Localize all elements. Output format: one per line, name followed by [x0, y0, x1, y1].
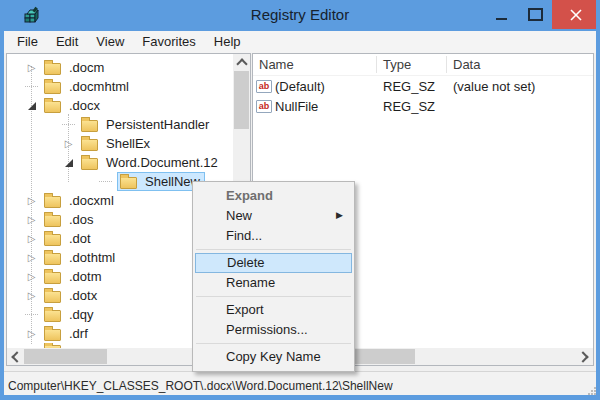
tree-item-docm[interactable]: ▷ .docm: [7, 58, 233, 77]
status-path: Computer\HKEY_CLASSES_ROOT\.docx\Word.Do…: [8, 379, 393, 393]
context-menu-item-new[interactable]: New ▶: [195, 206, 352, 226]
tree-item-docmhtml[interactable]: .docmhtml: [7, 77, 233, 96]
minimize-button[interactable]: [484, 0, 518, 29]
string-value-icon: ab: [256, 80, 272, 93]
list-hscroll-thumb[interactable]: [353, 349, 415, 364]
menu-separator: [196, 343, 351, 344]
menu-separator: [196, 249, 351, 250]
tree-item-word-document-12[interactable]: Word.Document.12: [7, 153, 233, 172]
column-header-name[interactable]: Name: [253, 56, 377, 73]
menu-edit[interactable]: Edit: [47, 32, 87, 52]
folder-icon: [44, 291, 61, 303]
chevron-expanded-icon[interactable]: [28, 102, 36, 110]
menu-bar: File Edit View Favorites Help: [0, 31, 600, 53]
close-icon: [570, 9, 582, 21]
context-menu-item-export[interactable]: Export: [195, 300, 352, 320]
scroll-right-icon: [577, 351, 588, 362]
folder-icon: [44, 101, 61, 113]
folder-icon: [81, 120, 98, 132]
registry-editor-window: Registry Editor File Edit View Favorites…: [0, 0, 600, 400]
folder-icon: [81, 139, 98, 151]
context-menu-item-rename[interactable]: Rename: [195, 273, 352, 293]
tree-item-docx[interactable]: .docx: [7, 96, 233, 115]
minimize-icon: [496, 18, 507, 20]
context-menu-item-permissions[interactable]: Permissions...: [195, 320, 352, 340]
folder-icon: [44, 310, 61, 322]
chevron-collapsed-icon[interactable]: ▷: [28, 234, 36, 244]
tree-hscroll-thumb[interactable]: [24, 349, 107, 364]
scroll-left-button[interactable]: [7, 348, 24, 365]
value-type: REG_SZ: [377, 79, 447, 94]
value-row-nullfile[interactable]: ab NullFile REG_SZ: [253, 96, 593, 116]
scroll-up-button[interactable]: [233, 54, 250, 71]
folder-icon: [44, 196, 61, 208]
column-header-type[interactable]: Type: [377, 56, 447, 73]
scroll-left-icon: [11, 351, 22, 362]
caption-buttons: [484, 0, 600, 29]
tree-stub-line: [25, 314, 38, 315]
menu-favorites[interactable]: Favorites: [133, 32, 204, 52]
context-menu-item-copy-key-name[interactable]: Copy Key Name: [195, 347, 352, 367]
title-bar: Registry Editor: [0, 0, 600, 31]
tree-item-persistenthandler[interactable]: PersistentHandler: [7, 115, 233, 134]
folder-icon: [44, 215, 61, 227]
tree-stub-line: [99, 181, 112, 182]
menu-help[interactable]: Help: [205, 32, 250, 52]
menu-view[interactable]: View: [87, 32, 133, 52]
folder-icon: [44, 329, 61, 341]
chevron-collapsed-icon[interactable]: ▷: [28, 63, 36, 73]
submenu-arrow-icon: ▶: [336, 211, 343, 220]
string-value-icon: ab: [256, 100, 272, 113]
scroll-right-button[interactable]: [576, 348, 593, 365]
maximize-button[interactable]: [518, 0, 552, 29]
folder-icon: [81, 158, 98, 170]
menu-separator: [196, 296, 351, 297]
column-header-data[interactable]: Data: [447, 56, 593, 73]
list-header: Name Type Data: [253, 54, 593, 76]
context-menu-item-delete[interactable]: Delete: [195, 253, 352, 273]
status-bar: Computer\HKEY_CLASSES_ROOT\.docx\Word.Do…: [0, 371, 600, 400]
tree-stub-line: [25, 86, 38, 87]
chevron-collapsed-icon[interactable]: ▷: [28, 291, 36, 301]
context-menu-item-expand[interactable]: Expand: [195, 186, 352, 206]
tree-stub-line: [62, 124, 75, 125]
resize-grip-icon[interactable]: [586, 386, 597, 397]
folder-icon: [44, 272, 61, 284]
chevron-collapsed-icon[interactable]: ▷: [28, 253, 36, 263]
value-row-default[interactable]: ab (Default) REG_SZ (value not set): [253, 76, 593, 96]
chevron-collapsed-icon[interactable]: ▷: [28, 215, 36, 225]
menu-file[interactable]: File: [8, 32, 47, 52]
folder-icon: [44, 253, 61, 265]
folder-icon: [44, 63, 61, 75]
close-button[interactable]: [552, 0, 600, 29]
value-name: (Default): [275, 79, 325, 94]
chevron-expanded-icon[interactable]: [65, 159, 73, 167]
tree-item-shellex[interactable]: ▷ ShellEx: [7, 134, 233, 153]
context-menu-item-find[interactable]: Find...: [195, 226, 352, 246]
folder-icon: [44, 82, 61, 94]
folder-icon: [44, 234, 61, 246]
value-name: NullFile: [275, 99, 318, 114]
scroll-up-icon: [236, 58, 247, 69]
context-menu: Expand New ▶ Find... Delete Rename Expor…: [192, 181, 355, 372]
tree-vscroll-thumb[interactable]: [234, 71, 249, 129]
value-data: (value not set): [447, 79, 593, 94]
chevron-collapsed-icon[interactable]: ▷: [28, 196, 36, 206]
chevron-collapsed-icon[interactable]: ▷: [28, 272, 36, 282]
folder-icon: [120, 177, 137, 189]
maximize-icon: [528, 8, 543, 21]
value-type: REG_SZ: [377, 99, 447, 114]
chevron-collapsed-icon[interactable]: ▷: [28, 329, 36, 339]
chevron-collapsed-icon[interactable]: ▷: [65, 139, 73, 149]
